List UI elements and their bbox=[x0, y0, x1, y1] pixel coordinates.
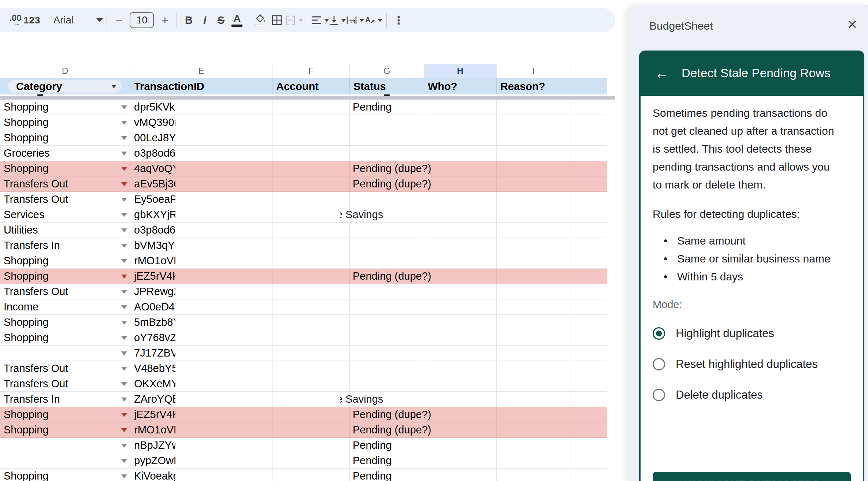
account-cell[interactable] bbox=[272, 422, 350, 438]
italic-button[interactable]: I bbox=[197, 11, 213, 29]
status-cell[interactable] bbox=[350, 284, 424, 299]
dropdown-arrow-icon[interactable] bbox=[121, 336, 127, 340]
dropdown-arrow-icon[interactable] bbox=[121, 121, 127, 125]
extra-cell[interactable] bbox=[571, 392, 607, 407]
who-cell[interactable] bbox=[424, 315, 497, 330]
who-cell[interactable] bbox=[424, 238, 497, 253]
status-cell[interactable] bbox=[350, 346, 424, 361]
reason-cell[interactable] bbox=[497, 299, 571, 315]
dropdown-arrow-icon[interactable] bbox=[121, 105, 127, 109]
transaction-id-cell[interactable]: o3p8od6Y bbox=[130, 146, 272, 161]
extra-cell[interactable] bbox=[571, 100, 607, 115]
status-cell[interactable] bbox=[350, 130, 424, 146]
who-cell[interactable] bbox=[424, 346, 497, 361]
who-cell[interactable] bbox=[424, 284, 497, 299]
reason-cell[interactable] bbox=[497, 453, 571, 469]
mode-radio-highlight-duplicates[interactable]: Highlight duplicates bbox=[653, 327, 851, 340]
category-cell[interactable]: Shopping bbox=[0, 422, 130, 438]
extra-cell[interactable] bbox=[571, 207, 607, 223]
reason-cell[interactable] bbox=[497, 176, 571, 192]
reason-cell[interactable] bbox=[497, 161, 571, 176]
column-letter-extra[interactable] bbox=[571, 64, 607, 78]
transaction-id-cell[interactable]: 7J17ZBV8 bbox=[130, 346, 272, 361]
who-cell[interactable] bbox=[424, 176, 497, 192]
status-cell[interactable] bbox=[350, 299, 424, 315]
account-cell[interactable] bbox=[272, 438, 350, 453]
transaction-id-cell[interactable]: 5mBzb8Y0 bbox=[130, 315, 272, 330]
transaction-id-cell[interactable]: Ey5oeaPjC bbox=[130, 192, 272, 207]
status-cell[interactable] bbox=[350, 223, 424, 238]
extra-cell[interactable] bbox=[571, 422, 607, 438]
number-format-button[interactable]: 123 bbox=[23, 11, 40, 29]
dropdown-arrow-icon[interactable] bbox=[121, 152, 127, 156]
who-cell[interactable] bbox=[424, 223, 497, 238]
radio-unselected-icon[interactable] bbox=[653, 389, 665, 401]
header-cell-extra[interactable] bbox=[571, 78, 607, 94]
dropdown-arrow-icon[interactable] bbox=[121, 305, 127, 309]
highlight-duplicates-button[interactable]: HIGHLIGHT DUPLICATES bbox=[653, 472, 851, 481]
account-cell[interactable] bbox=[272, 407, 350, 422]
dropdown-arrow-icon[interactable] bbox=[121, 182, 127, 186]
close-icon[interactable]: ✕ bbox=[847, 18, 858, 31]
transaction-id-cell[interactable]: JPRewgX bbox=[130, 284, 272, 299]
status-cell[interactable] bbox=[350, 330, 424, 346]
category-cell[interactable]: Transfers In bbox=[0, 392, 130, 407]
transaction-id-cell[interactable]: dpr5KVk1t bbox=[130, 100, 272, 115]
category-cell[interactable]: Shopping bbox=[0, 330, 130, 346]
account-cell[interactable] bbox=[272, 284, 350, 299]
category-cell[interactable]: Shopping bbox=[0, 253, 130, 269]
account-cell[interactable] bbox=[272, 130, 350, 146]
transaction-id-cell[interactable]: rMO1oVN bbox=[130, 422, 272, 438]
extra-cell[interactable] bbox=[571, 161, 607, 176]
reason-cell[interactable] bbox=[497, 269, 571, 284]
dropdown-arrow-icon[interactable] bbox=[121, 398, 127, 402]
category-cell[interactable]: Shopping bbox=[0, 407, 130, 422]
account-cell[interactable] bbox=[272, 161, 350, 176]
status-cell[interactable] bbox=[350, 361, 424, 376]
bold-button[interactable]: B bbox=[181, 11, 197, 29]
who-cell[interactable] bbox=[424, 361, 497, 376]
category-header-dropdown[interactable]: Category bbox=[8, 80, 122, 93]
dropdown-arrow-icon[interactable] bbox=[121, 351, 127, 355]
column-letter-D[interactable]: D bbox=[0, 64, 130, 78]
dropdown-arrow-icon[interactable] bbox=[121, 244, 127, 248]
status-cell[interactable]: Pending bbox=[350, 100, 424, 115]
dropdown-arrow-icon[interactable] bbox=[121, 474, 127, 478]
transaction-id-cell[interactable]: nBpJZYwn bbox=[130, 438, 272, 453]
font-family-select[interactable]: Arial bbox=[48, 11, 103, 29]
extra-cell[interactable] bbox=[571, 176, 607, 192]
status-cell[interactable] bbox=[350, 238, 424, 253]
who-cell[interactable] bbox=[424, 146, 497, 161]
who-cell[interactable] bbox=[424, 100, 497, 115]
extra-cell[interactable] bbox=[571, 146, 607, 161]
strikethrough-button[interactable]: S bbox=[213, 11, 229, 29]
transaction-id-cell[interactable]: jEZ5rV4KC bbox=[130, 407, 272, 422]
account-cell[interactable] bbox=[272, 299, 350, 315]
account-cell[interactable] bbox=[272, 223, 350, 238]
category-cell[interactable]: Shopping bbox=[0, 100, 130, 115]
dropdown-arrow-icon[interactable] bbox=[121, 228, 127, 232]
category-cell[interactable] bbox=[0, 346, 130, 361]
account-cell[interactable] bbox=[272, 192, 350, 207]
reason-cell[interactable] bbox=[497, 392, 571, 407]
who-cell[interactable] bbox=[424, 422, 497, 438]
who-cell[interactable] bbox=[424, 192, 497, 207]
transaction-id-cell[interactable]: o3p8od6Y bbox=[130, 223, 272, 238]
reason-cell[interactable] bbox=[497, 407, 571, 422]
who-cell[interactable] bbox=[424, 469, 497, 481]
dropdown-arrow-icon[interactable] bbox=[121, 367, 127, 371]
who-cell[interactable] bbox=[424, 453, 497, 469]
extra-cell[interactable] bbox=[571, 223, 607, 238]
category-cell[interactable]: Transfers Out bbox=[0, 176, 130, 192]
who-cell[interactable] bbox=[424, 407, 497, 422]
extra-cell[interactable] bbox=[571, 407, 607, 422]
account-cell[interactable] bbox=[272, 176, 350, 192]
status-cell[interactable]: Pending bbox=[350, 453, 424, 469]
status-cell[interactable]: Pending bbox=[350, 469, 424, 481]
reason-cell[interactable] bbox=[497, 422, 571, 438]
account-cell[interactable] bbox=[272, 253, 350, 269]
font-size-input[interactable]: 10 bbox=[130, 12, 154, 28]
dropdown-arrow-icon[interactable] bbox=[121, 382, 127, 386]
transaction-id-cell[interactable]: aEv5Bj36Y bbox=[130, 176, 272, 192]
transaction-id-cell[interactable]: 4aqVoQYx bbox=[130, 161, 272, 176]
